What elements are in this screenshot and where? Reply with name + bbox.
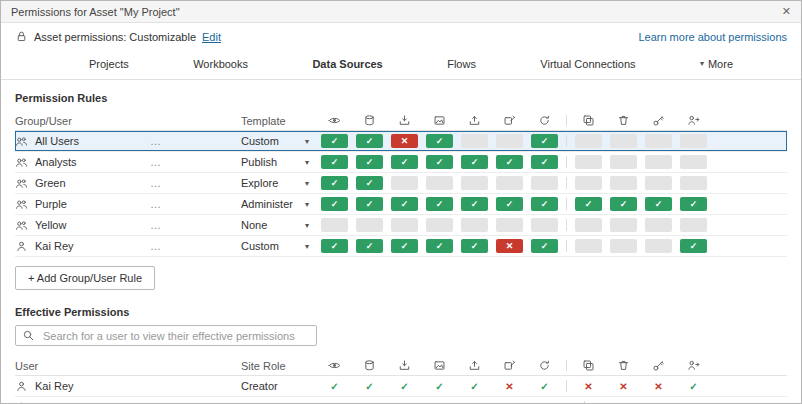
permission-rule-row[interactable]: Analysts…Publish▾✓✓✓✓✓✓✓ [15,152,787,173]
capability-cell-save[interactable] [391,218,418,232]
tab-more[interactable]: ▾More [692,52,741,76]
capability-cell-set-permissions[interactable] [645,176,672,190]
capability-cell-view[interactable]: ✓ [321,155,348,169]
capability-cell-connect[interactable]: ✓ [356,176,383,190]
row-menu-icon[interactable]: … [150,219,162,231]
permission-rule-row[interactable]: Yellow…None▾ [15,215,787,236]
capability-cell-download[interactable]: ✓ [426,155,453,169]
capability-cell-publish[interactable]: ✓ [461,239,488,253]
capability-cell-connect[interactable]: ✓ [356,239,383,253]
capability-cell-publish[interactable]: ✓ [461,155,488,169]
capability-cell-refresh[interactable]: ✓ [531,134,558,148]
template-dropdown[interactable]: Administer▾ [241,198,317,210]
capability-cell-overwrite[interactable] [496,134,523,148]
row-menu-icon[interactable]: … [150,177,162,189]
capability-cell-set-permissions[interactable] [645,155,672,169]
capability-cell-overwrite[interactable] [496,218,523,232]
permission-rule-row[interactable]: Green…Explore▾✓✓ [15,173,787,194]
capability-cell-view[interactable]: ✓ [321,134,348,148]
permission-rule-row[interactable]: All Users…Custom▾✓✓✕✓✓ [15,131,787,152]
group-icon [15,198,28,211]
capability-cell-refresh[interactable]: ✓ [531,155,558,169]
close-icon[interactable]: ✕ [782,5,791,18]
learn-more-link[interactable]: Learn more about permissions [638,31,787,43]
capability-cell-download[interactable]: ✓ [426,239,453,253]
capability-cell-change-owner[interactable] [680,134,707,148]
row-menu-icon[interactable]: … [150,198,162,210]
capability-cell-download[interactable] [426,218,453,232]
capability-cell-move[interactable] [575,134,602,148]
capability-cell-download[interactable]: ✓ [426,134,453,148]
capability-cell-view[interactable]: ✓ [321,197,348,211]
capability-cell-save[interactable]: ✓ [391,155,418,169]
capability-cell-refresh[interactable]: ✓ [531,239,558,253]
capability-cell-overwrite[interactable]: ✓ [496,155,523,169]
capability-cell-change-owner[interactable] [680,176,707,190]
row-menu-icon[interactable]: … [150,240,162,252]
template-dropdown[interactable]: None▾ [241,219,317,231]
capability-cell-delete[interactable] [610,134,637,148]
capability-cell-change-owner[interactable] [680,218,707,232]
capability-cell-delete[interactable] [610,239,637,253]
capability-cell-refresh[interactable]: ✓ [531,197,558,211]
capability-cell-publish[interactable] [461,218,488,232]
row-menu-icon[interactable]: … [150,156,162,168]
template-dropdown[interactable]: Publish▾ [241,156,317,168]
capability-cell-overwrite[interactable]: ✕ [496,239,523,253]
capability-cell-save[interactable]: ✕ [391,134,418,148]
capability-cell-refresh[interactable] [531,218,558,232]
permission-rule-row[interactable]: Purple…Administer▾✓✓✓✓✓✓✓✓✓✓✓ [15,194,787,215]
capability-cell-move[interactable] [575,155,602,169]
capability-cell-set-permissions[interactable] [645,239,672,253]
capability-cell-view[interactable]: ✓ [321,176,348,190]
tab-workbooks[interactable]: Workbooks [185,52,256,76]
capability-cell-save[interactable]: ✓ [391,197,418,211]
capability-cell-save[interactable] [391,176,418,190]
capability-cell-delete[interactable]: ✓ [610,197,637,211]
capability-cell-connect[interactable]: ✓ [356,197,383,211]
capability-cell-set-permissions[interactable]: ✓ [645,197,672,211]
capability-column-header [387,114,422,127]
capability-cell-connect[interactable]: ✓ [356,134,383,148]
capability-cell-delete[interactable] [610,218,637,232]
capability-cell-view[interactable] [321,218,348,232]
capability-cell-delete[interactable] [610,155,637,169]
capability-cell-connect[interactable] [356,218,383,232]
capability-cell-wrap [571,155,606,169]
capability-cell-change-owner[interactable]: ✓ [680,197,707,211]
capability-cell-overwrite[interactable]: ✓ [496,197,523,211]
template-dropdown[interactable]: Custom▾ [241,240,317,252]
row-menu-icon[interactable]: … [150,135,162,147]
capability-cell-set-permissions[interactable] [645,218,672,232]
capability-cell-connect[interactable]: ✓ [356,155,383,169]
capability-cell-save[interactable]: ✓ [391,239,418,253]
capability-cell-publish[interactable] [461,176,488,190]
user-icon [15,401,28,404]
capability-cell-delete[interactable] [610,176,637,190]
capability-cell-refresh[interactable] [531,176,558,190]
capability-cell-set-permissions[interactable] [645,134,672,148]
add-group-user-rule-button[interactable]: + Add Group/User Rule [15,266,155,290]
tab-projects[interactable]: Projects [81,52,137,76]
capability-cell-move[interactable]: ✓ [575,197,602,211]
template-dropdown[interactable]: Explore▾ [241,177,317,189]
tab-flows[interactable]: Flows [439,52,484,76]
capability-cell-move[interactable] [575,218,602,232]
template-dropdown[interactable]: Custom▾ [241,135,317,147]
tab-data-sources[interactable]: Data Sources [304,52,390,76]
tab-virtual-connections[interactable]: Virtual Connections [532,52,643,76]
capability-cell-publish[interactable]: ✓ [461,197,488,211]
search-input[interactable] [41,329,310,343]
capability-cell-overwrite[interactable] [496,176,523,190]
permission-rule-row[interactable]: Kai Rey…Custom▾✓✓✓✓✓✕✓✓ [15,236,787,257]
search-box [15,325,317,346]
capability-cell-view[interactable]: ✓ [321,239,348,253]
capability-cell-publish[interactable] [461,134,488,148]
capability-cell-download[interactable]: ✓ [426,197,453,211]
edit-link[interactable]: Edit [202,31,221,43]
capability-cell-move[interactable] [575,176,602,190]
capability-cell-move[interactable] [575,239,602,253]
capability-cell-download[interactable] [426,176,453,190]
capability-cell-change-owner[interactable]: ✓ [680,239,707,253]
capability-cell-change-owner[interactable] [680,155,707,169]
